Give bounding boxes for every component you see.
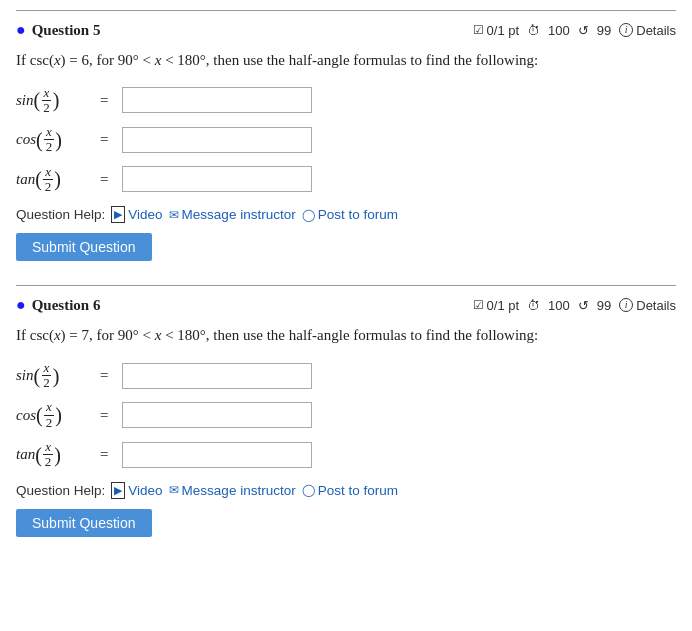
- timer-icon: ⏱: [527, 298, 540, 313]
- answer-input-sin[interactable]: [122, 87, 312, 113]
- submit-question-button[interactable]: Submit Question: [16, 509, 152, 537]
- answer-input-cos[interactable]: [122, 127, 312, 153]
- mail-icon: ✉: [169, 483, 179, 497]
- fraction: x2: [44, 400, 55, 430]
- score-text: 0/1 pt: [487, 298, 520, 313]
- question-meta: ☑0/1 pt⏱100↺99iDetails: [473, 298, 676, 313]
- func-name: cos: [16, 131, 36, 148]
- timer-value: 100: [548, 298, 570, 313]
- forum-icon: ◯: [302, 208, 315, 222]
- timer-icon: ⏱: [527, 23, 540, 38]
- frac-numerator: x: [44, 125, 54, 140]
- question-block-6: ●Question 6☑0/1 pt⏱100↺99iDetailsIf csc(…: [16, 285, 676, 550]
- question-header: ●Question 6☑0/1 pt⏱100↺99iDetails: [16, 296, 676, 314]
- score-display: ☑0/1 pt: [473, 298, 520, 313]
- left-paren: (: [35, 445, 42, 465]
- func-name: tan: [16, 171, 35, 188]
- problem-statement: If csc(x) = 7, for 90° < x < 180°, then …: [16, 324, 676, 347]
- left-paren: (: [36, 130, 43, 150]
- submit-question-button[interactable]: Submit Question: [16, 233, 152, 261]
- math-row-sin: sin(x2)=: [16, 361, 676, 391]
- math-row-cos: cos(x2)=: [16, 125, 676, 155]
- equals-sign: =: [100, 446, 108, 463]
- math-row-tan: tan(x2)=: [16, 440, 676, 470]
- frac-numerator: x: [42, 361, 52, 376]
- right-paren: ): [55, 405, 62, 425]
- frac-numerator: x: [43, 440, 53, 455]
- post-to-forum-label: Post to forum: [318, 483, 398, 498]
- frac-denominator: 2: [44, 416, 55, 430]
- question-number: Question 6: [32, 297, 101, 314]
- submissions-count: 99: [597, 298, 611, 313]
- question-meta: ☑0/1 pt⏱100↺99iDetails: [473, 23, 676, 38]
- refresh-icon: ↺: [578, 23, 589, 38]
- math-label-sin: sin(x2): [16, 86, 86, 116]
- details-label: Details: [636, 298, 676, 313]
- details-link[interactable]: iDetails: [619, 298, 676, 313]
- video-link[interactable]: ▶Video: [111, 206, 162, 223]
- video-link[interactable]: ▶Video: [111, 482, 162, 499]
- frac-denominator: 2: [44, 140, 55, 154]
- question-title: ●Question 5: [16, 21, 100, 39]
- left-paren: (: [34, 90, 41, 110]
- answer-input-tan[interactable]: [122, 442, 312, 468]
- info-icon: i: [619, 298, 633, 312]
- post-to-forum-label: Post to forum: [318, 207, 398, 222]
- message-instructor-link[interactable]: ✉Message instructor: [169, 483, 296, 498]
- frac-numerator: x: [42, 86, 52, 101]
- frac-denominator: 2: [43, 180, 54, 194]
- refresh-icon: ↺: [578, 298, 589, 313]
- math-label-cos: cos(x2): [16, 400, 86, 430]
- right-paren: ): [54, 169, 61, 189]
- math-row-tan: tan(x2)=: [16, 165, 676, 195]
- mail-icon: ✉: [169, 208, 179, 222]
- right-paren: ): [54, 445, 61, 465]
- question-help-row: Question Help:▶Video✉Message instructor◯…: [16, 482, 676, 499]
- fraction: x2: [44, 125, 55, 155]
- left-paren: (: [36, 405, 43, 425]
- func-name: sin: [16, 92, 34, 109]
- question-title: ●Question 6: [16, 296, 100, 314]
- fraction: x2: [41, 86, 52, 116]
- left-paren: (: [34, 366, 41, 386]
- math-label-tan: tan(x2): [16, 165, 86, 195]
- question-header: ●Question 5☑0/1 pt⏱100↺99iDetails: [16, 21, 676, 39]
- math-row-sin: sin(x2)=: [16, 86, 676, 116]
- answer-input-sin[interactable]: [122, 363, 312, 389]
- message-instructor-label: Message instructor: [182, 207, 296, 222]
- right-paren: ): [55, 130, 62, 150]
- equals-sign: =: [100, 92, 108, 109]
- details-link[interactable]: iDetails: [619, 23, 676, 38]
- video-label: Video: [128, 207, 162, 222]
- right-paren: ): [53, 366, 60, 386]
- score-display: ☑0/1 pt: [473, 23, 520, 38]
- answer-input-tan[interactable]: [122, 166, 312, 192]
- math-label-cos: cos(x2): [16, 125, 86, 155]
- frac-denominator: 2: [41, 376, 52, 390]
- question-number: Question 5: [32, 22, 101, 39]
- fraction: x2: [43, 165, 54, 195]
- frac-numerator: x: [43, 165, 53, 180]
- video-icon: ▶: [111, 206, 125, 223]
- post-to-forum-link[interactable]: ◯Post to forum: [302, 207, 398, 222]
- equals-sign: =: [100, 367, 108, 384]
- help-label: Question Help:: [16, 207, 105, 222]
- post-to-forum-link[interactable]: ◯Post to forum: [302, 483, 398, 498]
- frac-numerator: x: [44, 400, 54, 415]
- timer-value: 100: [548, 23, 570, 38]
- equals-sign: =: [100, 407, 108, 424]
- details-label: Details: [636, 23, 676, 38]
- message-instructor-link[interactable]: ✉Message instructor: [169, 207, 296, 222]
- message-instructor-label: Message instructor: [182, 483, 296, 498]
- question-bullet-icon: ●: [16, 21, 26, 39]
- func-name: sin: [16, 367, 34, 384]
- equals-sign: =: [100, 171, 108, 188]
- forum-icon: ◯: [302, 483, 315, 497]
- info-icon: i: [619, 23, 633, 37]
- func-name: cos: [16, 407, 36, 424]
- score-text: 0/1 pt: [487, 23, 520, 38]
- answer-input-cos[interactable]: [122, 402, 312, 428]
- fraction: x2: [41, 361, 52, 391]
- frac-denominator: 2: [43, 455, 54, 469]
- fraction: x2: [43, 440, 54, 470]
